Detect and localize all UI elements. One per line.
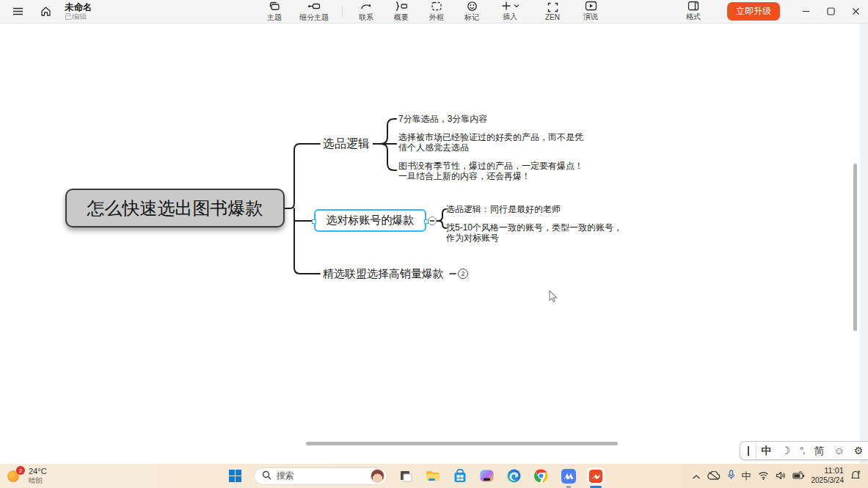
present-button[interactable]: 演说 (575, 1, 607, 23)
microsoft-store-icon[interactable] (451, 467, 469, 485)
home-icon[interactable] (37, 3, 54, 21)
relationship-icon (360, 1, 373, 12)
clock-date: 2025/3/24 (812, 476, 845, 486)
hamburger-menu-icon[interactable] (9, 3, 26, 21)
zen-icon (547, 2, 558, 12)
search-avatar (371, 469, 384, 483)
app-titlebar: 未命名 已编辑 主题 细分主题 联系 概要 (0, 0, 868, 23)
toolbar-marker-button[interactable]: 标记 (456, 1, 488, 23)
battery-icon[interactable] (792, 470, 805, 483)
weather-widget[interactable]: 2 24°C 晴朗 (0, 467, 139, 485)
blue-m-app-icon[interactable] (560, 467, 577, 485)
weather-badge: 2 (16, 466, 25, 475)
task-view-icon[interactable] (397, 467, 415, 485)
ime-simplified-toggle[interactable]: 简 (814, 445, 824, 456)
onedrive-icon[interactable] (707, 470, 721, 483)
document-title-block[interactable]: 未命名 已编辑 (65, 2, 92, 21)
volume-icon[interactable] (776, 470, 786, 483)
taskbar-clock[interactable]: 11:01 2025/3/24 (812, 466, 845, 485)
format-icon (688, 1, 699, 11)
ime-fullwidth-moon-icon[interactable]: ☽ (781, 445, 791, 456)
upgrade-button[interactable]: 立即升级 (727, 2, 780, 21)
plus-icon (501, 1, 511, 11)
selection-handle-left[interactable] (312, 219, 316, 224)
mindmap-leaf[interactable]: 图书没有季节性，爆过的产品，一定要有爆点！一旦结合上新的内容，还会再爆！ (398, 161, 588, 181)
toolbar-divider (342, 6, 343, 18)
theme-icon (269, 1, 280, 12)
mindmap-branch-selection-logic[interactable]: 选品逻辑 (323, 136, 370, 151)
notification-bell-icon[interactable] (850, 470, 861, 483)
maximize-button[interactable] (818, 1, 843, 23)
toolbar-theme-button[interactable]: 主题 (258, 1, 291, 23)
clock-time: 11:01 (812, 466, 845, 476)
running-indicator (566, 486, 571, 488)
windows-taskbar: 2 24°C 晴朗 搜索 (0, 464, 868, 488)
start-button[interactable] (227, 467, 244, 485)
weather-temp: 24°C (29, 467, 47, 476)
document-title: 未命名 (65, 2, 92, 12)
ime-punctuation-toggle[interactable]: °, (800, 446, 804, 455)
system-tray: 中 11:01 2025/3/24 (692, 466, 868, 485)
subtopic-icon (307, 1, 321, 12)
taskbar-search-input[interactable]: 搜索 (254, 467, 387, 485)
summary-icon (395, 1, 408, 12)
copilot-icon[interactable] (478, 467, 496, 485)
boundary-icon (431, 1, 442, 12)
play-icon (585, 1, 597, 11)
toolbar-summary-button[interactable]: 概要 (385, 1, 417, 23)
close-button[interactable] (843, 1, 868, 23)
microphone-icon[interactable] (727, 470, 735, 483)
format-panel-button[interactable]: 格式 (677, 1, 710, 23)
file-explorer-icon[interactable] (424, 467, 442, 485)
mindmap-leaf[interactable]: 选品逻辑：同行是最好的老师 (446, 204, 608, 214)
collapse-toggle[interactable] (428, 216, 437, 225)
tray-chevron-up-icon[interactable] (692, 470, 701, 483)
toolbar-insert-button[interactable]: 插入 (491, 1, 529, 23)
toolbar-boundary-button[interactable]: 外框 (420, 1, 453, 23)
xmind-icon[interactable] (587, 467, 605, 485)
ime-emoji-icon[interactable]: ☺ (834, 445, 844, 456)
marker-icon (467, 1, 478, 12)
toolbar-relationship-button[interactable]: 联系 (350, 1, 382, 23)
collapsed-count-badge[interactable]: 2 (458, 269, 468, 279)
search-icon (262, 470, 271, 483)
mindmap-leaf[interactable]: 选择被市场已经验证过的好卖的产品，而不是凭借个人感觉去选品 (398, 132, 588, 153)
minimize-button[interactable] (793, 1, 818, 23)
document-status: 已编辑 (65, 12, 92, 21)
vertical-scrollbar[interactable] (853, 164, 857, 331)
mindmap-branch-benchmark-accounts[interactable]: 选对标账号的爆款 (314, 209, 426, 232)
toolbar-subtopic-button[interactable]: 细分主题 (293, 1, 335, 23)
ime-toolbar: 中 ☽ °, 简 ☺ ⚙ (740, 441, 868, 460)
weather-condition: 晴朗 (29, 476, 47, 484)
mindmap-leaf[interactable]: 7分靠选品，3分靠内容 (398, 114, 545, 124)
tray-ime-indicator[interactable]: 中 (742, 470, 751, 483)
chevron-down-icon (514, 4, 519, 8)
mindmap-leaf[interactable]: 找5-10个风格一致的账号，类型一致的账号，作为对标账号 (446, 222, 628, 243)
mindmap-connectors (0, 23, 868, 464)
horizontal-scrollbar[interactable] (306, 442, 618, 445)
mouse-cursor (547, 290, 559, 307)
toolbar: 主题 细分主题 联系 概要 外框 (258, 1, 529, 23)
mindmap-root-topic[interactable]: 怎么快速选出图书爆款 (65, 189, 285, 227)
edge-icon[interactable] (506, 467, 523, 485)
chrome-icon[interactable] (533, 467, 550, 485)
active-indicator (590, 486, 602, 488)
ime-caret-icon[interactable] (740, 442, 756, 459)
mindmap-branch-alliance[interactable]: 精选联盟选择高销量爆款 (323, 266, 444, 281)
ime-settings-gear-icon[interactable]: ⚙ (854, 445, 864, 456)
wifi-icon[interactable] (758, 470, 769, 483)
search-placeholder: 搜索 (277, 470, 365, 482)
mindmap-canvas[interactable]: 怎么快速选出图书爆款 选品逻辑 7分靠选品，3分靠内容 选择被市场已经验证过的好… (0, 23, 868, 464)
zen-mode-button[interactable]: ZEN (536, 1, 569, 23)
weather-sun-icon: 2 (7, 467, 23, 484)
ime-mode-toggle[interactable]: 中 (762, 445, 772, 456)
